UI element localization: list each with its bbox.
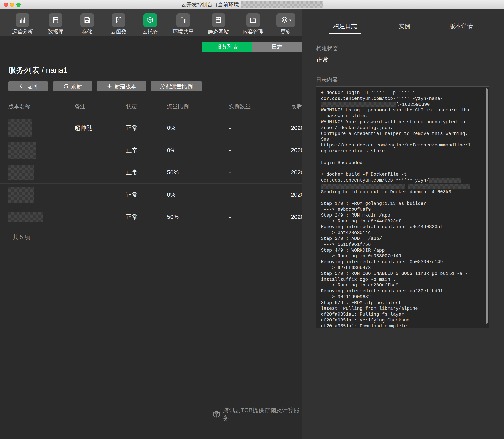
toolbar-item-label: 运营分析 <box>12 28 33 35</box>
macos-titlebar: 云开发控制台（当前环境 <box>0 0 504 9</box>
toolbar-item-label: 存储 <box>82 28 92 35</box>
svg-text:fx: fx <box>117 18 120 22</box>
log-line: ccr.ccs.tencentyun.com/tcb-******-yzyn/n… <box>321 96 484 102</box>
log-line: installsuffix cgo -o main . <box>321 277 484 283</box>
button-label: 刷新 <box>71 83 82 90</box>
log-text: Step 2/9 : RUN mkdir /app <box>321 213 390 218</box>
toolbar-item-browser-window[interactable]: 静态网站 <box>204 9 233 36</box>
log-line: Step 6/9 : FROM alpine:latest <box>321 300 484 306</box>
log-text: l-1602590390 <box>396 102 430 107</box>
toolbar-item-folder[interactable]: 内容管理 <box>238 9 268 36</box>
traffic-ratio-cell: 50% <box>167 214 179 220</box>
toolbar-item-cube[interactable]: 云托管 <box>136 9 165 36</box>
toolbar-item-label: 云函数 <box>111 28 127 35</box>
build-log-pane: 构建日志实例版本详情 构建状态 正常 日志内容 + docker login -… <box>302 9 504 439</box>
instance-count-cell: - <box>229 169 231 176</box>
version-row[interactable]: 正常0%-2020 <box>0 184 302 206</box>
log-line: ---> 9276f686b473 <box>321 265 484 271</box>
instance-count-cell: - <box>229 191 231 198</box>
log-line: df20fa9351a1: Pulling fs layer <box>321 312 484 317</box>
status-cell: 正常 <box>126 169 138 176</box>
toolbar-item-database[interactable]: 数据库 <box>41 9 70 36</box>
button-label: 新建版本 <box>115 83 137 90</box>
toolbar-item-function-fx[interactable]: fx云函数 <box>104 9 133 36</box>
log-text: WARNING! Your password will be stored un… <box>321 119 465 125</box>
version-row[interactable]: 正常50%-2020 <box>0 161 302 184</box>
instance-count-cell: - <box>229 214 231 220</box>
cube-icon <box>143 13 157 27</box>
log-line: + docker build -f Dockerfile -t <box>321 172 484 178</box>
updated-time-cell: 2020 <box>291 191 302 198</box>
build-status-value: 正常 <box>316 55 329 64</box>
log-text: --password-stdin. <box>321 113 368 119</box>
log-text: Configure a credential helper to remove … <box>321 131 468 136</box>
log-text: Removing intermediate container e8c44d08… <box>321 224 443 230</box>
back-button[interactable]: 返回 <box>8 81 48 91</box>
new-version-button[interactable]: 新建版本 <box>97 81 146 91</box>
toggle-logs[interactable]: 日志 <box>252 42 302 52</box>
bar-chart-icon <box>16 13 29 27</box>
close-window-button[interactable] <box>4 2 8 7</box>
tab-instances[interactable]: 实例 <box>381 22 427 33</box>
log-line: ---> 3af428e3014c <box>321 230 484 236</box>
tcb-cube-icon <box>213 410 221 418</box>
toolbar-item-bar-chart[interactable]: 运营分析 <box>8 9 37 36</box>
log-line: Step 5/9 : RUN CGO_ENABLED=0 GOOS=linux … <box>321 271 484 277</box>
log-text: ---> Running in 0a083007e149 <box>321 254 401 259</box>
button-label: 分配流量比例 <box>160 83 193 90</box>
log-line: Step 3/9 : ADD . /app/ <box>321 236 484 242</box>
log-text: /root/.docker/config.json. <box>321 125 393 131</box>
function-fx-icon: fx <box>112 13 125 27</box>
log-scrollbar[interactable] <box>486 88 488 324</box>
log-line: Removing intermediate container e8c44d08… <box>321 224 484 230</box>
log-text: Removing intermediate container 0a083007… <box>321 259 443 265</box>
toolbar-item-share-tree[interactable]: 环境共享 <box>168 9 198 36</box>
version-row[interactable]: 正常0%-2020 <box>0 139 302 161</box>
updated-time-cell: 2020 <box>291 169 302 176</box>
chevron-left-icon <box>19 84 24 89</box>
chevron-down-icon: ▾ <box>289 18 291 23</box>
log-line: Configure a credential helper to remove … <box>321 131 484 137</box>
updated-time-cell: 2020 <box>291 147 302 154</box>
browser-window-icon <box>212 13 225 27</box>
active-tab-underline <box>329 33 361 34</box>
log-line: ---> e9bdcb0f0af9 <box>321 207 484 213</box>
log-text: + docker login -u ****** -p ****** <box>321 90 415 96</box>
log-text: df20fa9351a1: Pulling fs layer <box>321 312 404 317</box>
minimize-window-button[interactable] <box>10 2 14 7</box>
log-text <box>405 184 408 189</box>
refresh-icon <box>63 84 69 89</box>
build-status-label: 构建状态 <box>316 45 338 52</box>
log-text: Sending build context to Docker daemon 4… <box>321 190 451 195</box>
toolbar-item-layers[interactable]: ▾更多 <box>271 9 301 36</box>
log-line: l-1602590390 <box>321 102 484 108</box>
log-line: latest: Pulling from library/alpine <box>321 306 484 312</box>
log-line: Removing intermediate container ca280eff… <box>321 288 484 294</box>
redacted-version-name <box>8 119 32 137</box>
tab-build-log[interactable]: 构建日志 <box>322 22 368 33</box>
refresh-button[interactable]: 刷新 <box>53 81 92 91</box>
log-line <box>321 166 484 172</box>
log-text: Step 1/9 : FROM golang:1.13 as builder <box>321 201 426 206</box>
cloudbase-console-window: 云开发控制台（当前环境 运营分析数据库存储fx云函数云托管环境共享静态网站内容管… <box>0 0 504 439</box>
traffic-ratio-button[interactable]: 分配流量比例 <box>151 81 202 91</box>
log-text: ---> 9276f686b473 <box>321 265 371 270</box>
page-title: 服务列表 / nana1 <box>8 65 68 75</box>
tab-version-details[interactable]: 版本详情 <box>438 22 484 33</box>
button-label: 返回 <box>27 83 38 90</box>
log-text: ---> 3af428e3014c <box>321 230 371 235</box>
console-toolbar: 运营分析数据库存储fx云函数云托管环境共享静态网站内容管理▾更多 <box>0 9 302 36</box>
version-row[interactable]: 正常50%-2020 <box>0 206 302 228</box>
share-tree-icon <box>176 13 190 27</box>
log-text: Step 3/9 : ADD . /app/ <box>321 236 382 241</box>
redacted-log-segment <box>408 184 470 189</box>
traffic-ratio-cell: 0% <box>167 147 175 154</box>
toggle-service-list[interactable]: 服务列表 <box>202 42 252 52</box>
column-header: 版本名称 <box>8 103 30 110</box>
log-line: ccr.ccs.tencentyun.com/tcb-******-yzyn/ <box>321 178 484 183</box>
log-text: Login Succeeded <box>321 160 363 166</box>
toolbar-item-save-disk[interactable]: 存储 <box>73 9 102 36</box>
zoom-window-button[interactable] <box>16 2 21 7</box>
version-row[interactable]: 超帅哒正常0%-2020 <box>0 117 302 139</box>
log-line: ---> 5618f961f758 <box>321 242 484 248</box>
